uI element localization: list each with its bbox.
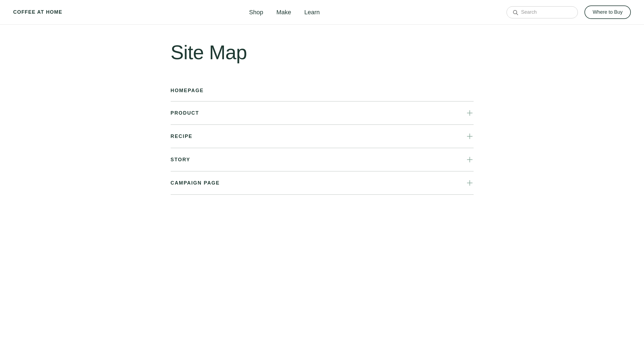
sitemap-section-recipe: RECIPE bbox=[171, 125, 474, 148]
expand-story-icon bbox=[466, 156, 474, 163]
search-input[interactable] bbox=[521, 9, 572, 15]
sitemap-label-product: PRODUCT bbox=[171, 110, 199, 116]
sitemap-homepage: HOMEPAGE bbox=[171, 80, 474, 101]
header: COFFEE AT HOME Shop Make Learn Where to … bbox=[0, 0, 644, 25]
nav-link-make[interactable]: Make bbox=[276, 9, 291, 16]
nav-right: Where to Buy bbox=[507, 5, 631, 19]
sitemap-section-campaign-page: CAMPAIGN PAGE bbox=[171, 171, 474, 195]
nav-link-learn[interactable]: Learn bbox=[304, 9, 320, 16]
search-container[interactable] bbox=[507, 6, 578, 18]
sitemap-section-story: STORY bbox=[171, 148, 474, 171]
where-to-buy-button[interactable]: Where to Buy bbox=[584, 5, 631, 19]
sitemap-row-campaign-page[interactable]: CAMPAIGN PAGE bbox=[171, 179, 474, 187]
brand-logo[interactable]: COFFEE AT HOME bbox=[13, 9, 62, 15]
main-content: Site Map HOMEPAGE PRODUCT RECIPE STORY bbox=[158, 25, 487, 211]
sitemap-label-story: STORY bbox=[171, 157, 190, 163]
expand-product-icon bbox=[466, 109, 474, 117]
sitemap-label-recipe: RECIPE bbox=[171, 134, 193, 139]
sitemap-homepage-label: HOMEPAGE bbox=[171, 88, 204, 93]
search-icon bbox=[512, 9, 518, 15]
sitemap-row-story[interactable]: STORY bbox=[171, 156, 474, 163]
nav-link-shop[interactable]: Shop bbox=[249, 9, 263, 16]
expand-campaign-page-icon bbox=[466, 179, 474, 187]
svg-line-1 bbox=[516, 13, 518, 15]
main-nav: Shop Make Learn bbox=[62, 9, 507, 16]
sitemap-label-campaign-page: CAMPAIGN PAGE bbox=[171, 180, 220, 186]
sitemap-section-product: PRODUCT bbox=[171, 101, 474, 125]
page-title: Site Map bbox=[171, 41, 474, 64]
sitemap-row-product[interactable]: PRODUCT bbox=[171, 109, 474, 117]
sitemap-row-recipe[interactable]: RECIPE bbox=[171, 132, 474, 140]
expand-recipe-icon bbox=[466, 132, 474, 140]
